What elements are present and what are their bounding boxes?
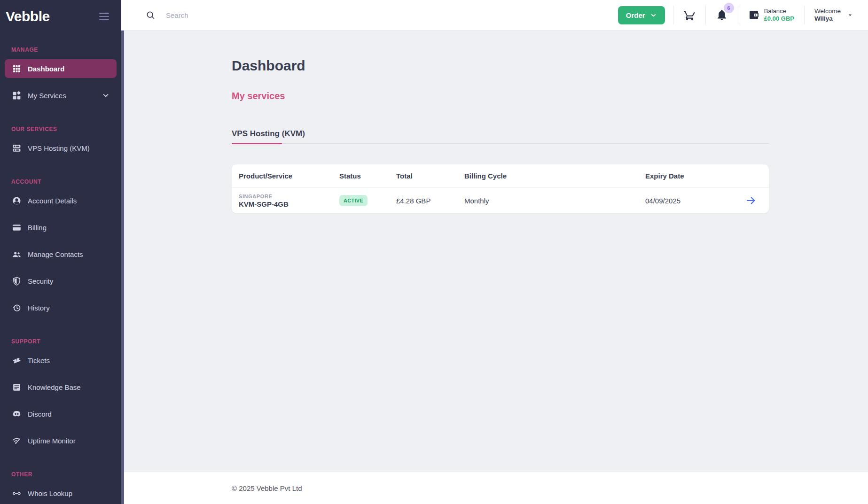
server-icon bbox=[11, 143, 22, 153]
sidebar-item-billing[interactable]: Billing bbox=[5, 218, 117, 237]
sidebar-item-label: Discord bbox=[28, 410, 52, 418]
dashboard-icon bbox=[11, 90, 22, 101]
divider bbox=[738, 6, 738, 24]
nav-section-account: ACCOUNT Account Details Billing bbox=[5, 178, 117, 317]
section-label-support: SUPPORT bbox=[11, 338, 110, 345]
main-column: Order 6 Bala bbox=[121, 0, 868, 504]
search bbox=[146, 10, 288, 20]
topbar: Order 6 Bala bbox=[121, 0, 868, 31]
search-input[interactable] bbox=[166, 11, 288, 19]
section-label-manage: MANAGE bbox=[11, 46, 110, 54]
balance-widget[interactable]: Balance £0.00 GBP bbox=[746, 8, 796, 23]
column-header: Billing Cycle bbox=[464, 172, 645, 180]
nav-section-other: OTHER Whois Lookup bbox=[5, 471, 117, 503]
person-circle-icon bbox=[11, 195, 22, 206]
section-label-our-services: OUR SERVICES bbox=[11, 125, 110, 133]
section-label-account: ACCOUNT bbox=[11, 178, 110, 186]
sidebar-item-label: Tickets bbox=[28, 357, 50, 364]
copyright-text: © 2025 Vebble Pvt Ltd bbox=[232, 484, 302, 492]
brand-logo: Vebble bbox=[6, 8, 50, 24]
sidebar: Vebble MANAGE Dashboard My Services bbox=[0, 0, 121, 504]
sidebar-item-account-details[interactable]: Account Details bbox=[5, 191, 117, 210]
apps-grid-icon bbox=[11, 63, 22, 74]
expiry-date-cell: 04/09/2025 bbox=[645, 197, 728, 205]
sidebar-item-label: Manage Contacts bbox=[28, 250, 83, 258]
hamburger-menu-icon[interactable] bbox=[99, 13, 109, 20]
sidebar-item-label: Knowledge Base bbox=[28, 383, 81, 391]
sidebar-item-label: Account Details bbox=[28, 197, 77, 205]
status-cell: ACTIVE bbox=[339, 195, 396, 206]
sidebar-item-vps-hosting[interactable]: VPS Hosting (KVM) bbox=[5, 139, 117, 157]
services-table-card: Product/Service Status Total Billing Cyc… bbox=[232, 164, 769, 213]
arrow-right-icon bbox=[745, 195, 757, 206]
sidebar-item-label: Whois Lookup bbox=[28, 489, 72, 497]
credit-card-icon bbox=[11, 222, 22, 233]
column-header: Expiry Date bbox=[645, 172, 728, 180]
sidebar-item-knowledge-base[interactable]: Knowledge Base bbox=[5, 378, 117, 396]
sidebar-item-tickets[interactable]: Tickets bbox=[5, 351, 117, 370]
table-row[interactable]: SINGAPORE KVM-SGP-4GB ACTIVE £4.28 GBP M… bbox=[232, 188, 769, 213]
service-location: SINGAPORE bbox=[239, 193, 339, 200]
app-window: Vebble MANAGE Dashboard My Services bbox=[0, 0, 868, 504]
cart-button[interactable] bbox=[681, 7, 697, 23]
table-header-row: Product/Service Status Total Billing Cyc… bbox=[232, 164, 769, 188]
wallet-icon bbox=[748, 9, 759, 21]
sidebar-scrollbar[interactable] bbox=[121, 31, 124, 504]
balance-amount: £0.00 GBP bbox=[764, 15, 794, 23]
order-button-label: Order bbox=[626, 11, 645, 19]
caret-down-icon bbox=[846, 11, 854, 19]
sidebar-item-manage-contacts[interactable]: Manage Contacts bbox=[5, 245, 117, 264]
sidebar-item-label: Billing bbox=[28, 224, 47, 232]
column-header: Status bbox=[339, 172, 396, 180]
sidebar-item-label: My Services bbox=[28, 92, 66, 100]
divider bbox=[673, 6, 673, 24]
group-title: VPS Hosting (KVM) bbox=[232, 129, 769, 139]
sidebar-item-dashboard[interactable]: Dashboard bbox=[5, 59, 117, 78]
nav-section-manage: MANAGE Dashboard My Services bbox=[5, 46, 117, 105]
sidebar-item-my-services[interactable]: My Services bbox=[5, 86, 117, 105]
sidebar-item-label: VPS Hosting (KVM) bbox=[28, 144, 90, 152]
chevron-down-icon bbox=[102, 91, 110, 100]
sidebar-item-label: Uptime Monitor bbox=[28, 437, 76, 445]
sidebar-item-label: History bbox=[28, 304, 50, 312]
uptime-monitor-icon bbox=[11, 435, 22, 446]
people-icon bbox=[11, 249, 22, 259]
sidebar-item-uptime-monitor[interactable]: Uptime Monitor bbox=[5, 431, 117, 450]
sidebar-item-whois-lookup[interactable]: Whois Lookup bbox=[5, 484, 117, 503]
article-icon bbox=[11, 382, 22, 392]
group-header: VPS Hosting (KVM) bbox=[232, 129, 769, 144]
service-cell: SINGAPORE KVM-SGP-4GB bbox=[239, 193, 339, 209]
user-texts: Welcome Willya bbox=[814, 8, 841, 23]
link-icon bbox=[11, 488, 22, 498]
divider bbox=[804, 6, 805, 24]
section-label-other: OTHER bbox=[11, 471, 110, 478]
content-container: Dashboard My services VPS Hosting (KVM) … bbox=[232, 31, 769, 213]
balance-texts: Balance £0.00 GBP bbox=[764, 8, 794, 23]
my-services-heading: My services bbox=[232, 90, 769, 101]
topbar-actions: Order 6 Bala bbox=[618, 6, 856, 24]
username: Willya bbox=[814, 15, 841, 23]
history-clock-icon bbox=[11, 302, 22, 313]
cart-icon bbox=[683, 9, 696, 21]
column-header: Product/Service bbox=[239, 172, 339, 180]
nav-section-support: SUPPORT Tickets Knowledge Base bbox=[5, 338, 117, 450]
notifications-button[interactable]: 6 bbox=[714, 7, 730, 23]
sidebar-item-security[interactable]: Security bbox=[5, 271, 117, 290]
sidebar-nav: MANAGE Dashboard My Services bbox=[0, 46, 121, 503]
sidebar-item-discord[interactable]: Discord bbox=[5, 404, 117, 423]
footer: © 2025 Vebble Pvt Ltd bbox=[121, 472, 868, 504]
user-menu[interactable]: Welcome Willya bbox=[813, 8, 856, 23]
status-badge: ACTIVE bbox=[339, 195, 368, 206]
discord-icon bbox=[11, 409, 22, 419]
order-button[interactable]: Order bbox=[618, 6, 665, 24]
page-title: Dashboard bbox=[232, 57, 769, 74]
row-open-arrow[interactable] bbox=[745, 195, 757, 206]
notification-count-badge: 6 bbox=[724, 3, 734, 13]
divider bbox=[705, 6, 706, 24]
chevron-down-icon bbox=[650, 12, 657, 19]
ticket-icon bbox=[11, 355, 22, 365]
total-cell: £4.28 GBP bbox=[396, 197, 464, 205]
sidebar-item-history[interactable]: History bbox=[5, 298, 117, 317]
content-area: Dashboard My services VPS Hosting (KVM) … bbox=[121, 31, 868, 504]
balance-label: Balance bbox=[764, 8, 794, 15]
